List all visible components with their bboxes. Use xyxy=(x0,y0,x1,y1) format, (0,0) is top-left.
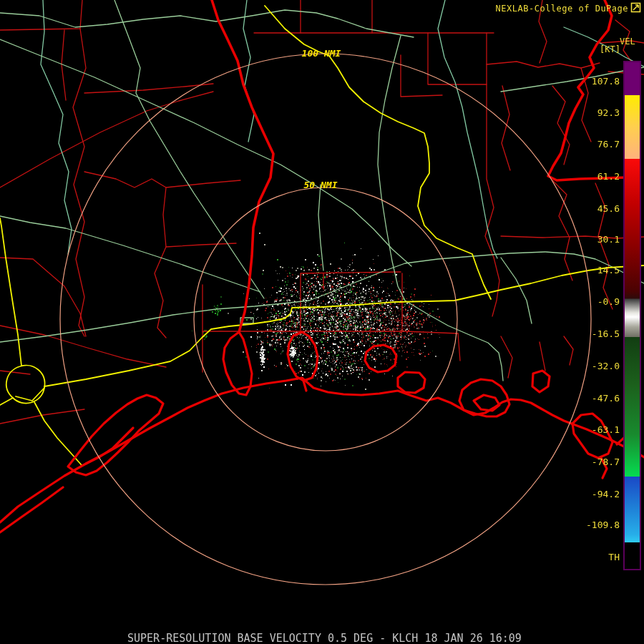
radar-viewport: 50 NMI100 NMI NEXLAB-College of DuPage V… xyxy=(0,0,644,644)
map-path xyxy=(0,487,63,532)
product-title: SUPER-RESOLUTION BASE VELOCITY 0.5 DEG -… xyxy=(127,632,522,644)
map-path xyxy=(438,0,497,258)
map-path xyxy=(0,326,166,367)
map-overlay: 50 NMI100 NMI xyxy=(0,0,644,644)
major-river-lines xyxy=(212,0,625,332)
scale-tick: -47.6 xyxy=(568,393,620,404)
coastline-lines xyxy=(0,332,644,532)
map-path xyxy=(398,372,425,393)
scale-tick: -63.1 xyxy=(568,424,620,435)
scale-tick: -32.0 xyxy=(568,361,620,371)
map-path xyxy=(540,342,545,371)
map-path xyxy=(166,180,240,187)
product-label: VEL xyxy=(620,36,635,47)
map-path xyxy=(68,395,163,475)
scale-tick: -16.5 xyxy=(568,328,620,339)
range-ring-label: 100 NMI xyxy=(302,48,341,59)
county-boundary-lines xyxy=(0,0,644,424)
scale-tick: 107.8 xyxy=(568,76,620,87)
map-path xyxy=(212,0,273,332)
map-path xyxy=(532,371,550,392)
cod-logo-icon xyxy=(630,2,641,13)
map-path xyxy=(318,185,323,270)
map-path xyxy=(44,265,644,386)
map-path xyxy=(487,62,600,68)
units-label: [KT] xyxy=(600,44,620,54)
map-path xyxy=(595,183,613,309)
map-path xyxy=(485,33,499,316)
map-path xyxy=(114,0,264,298)
map-path xyxy=(166,243,236,247)
scale-tick: TH xyxy=(568,552,620,562)
map-path xyxy=(0,258,86,336)
map-path xyxy=(265,6,491,299)
velocity-color-scale xyxy=(623,61,641,570)
scale-tick: 30.1 xyxy=(568,234,620,245)
map-path xyxy=(0,371,30,374)
range-ring-label: 50 NMI xyxy=(304,180,338,190)
scale-tick: 14.5 xyxy=(568,265,620,275)
map-path xyxy=(501,258,532,323)
map-path xyxy=(0,216,260,292)
map-path xyxy=(16,388,44,401)
map-path xyxy=(243,0,254,142)
map-path xyxy=(572,414,613,458)
brand-text: NEXLAB-College of DuPage xyxy=(496,4,628,14)
map-path xyxy=(41,0,72,254)
map-path xyxy=(0,398,13,405)
scale-tick: 61.2 xyxy=(568,171,620,182)
map-path xyxy=(73,29,86,336)
map-path xyxy=(288,332,318,381)
map-path xyxy=(458,333,460,361)
map-path xyxy=(0,301,309,342)
map-path xyxy=(474,395,499,411)
highway-lines xyxy=(0,6,644,465)
map-path xyxy=(365,345,396,372)
scale-tick: -94.2 xyxy=(568,489,620,499)
map-path xyxy=(309,252,644,301)
map-path xyxy=(223,332,252,395)
scale-tick: 76.7 xyxy=(568,139,620,150)
river-stream-lines xyxy=(41,0,644,258)
scale-tick: 45.6 xyxy=(568,203,620,214)
map-path xyxy=(0,218,21,366)
map-path xyxy=(501,336,512,378)
range-ring-circle xyxy=(194,187,457,451)
range-ring-labels: 50 NMI100 NMI xyxy=(302,48,341,190)
scale-tick: -78.7 xyxy=(568,457,620,467)
range-ring-circle xyxy=(60,54,591,585)
scale-tick: 92.3 xyxy=(568,107,620,118)
map-path xyxy=(502,86,510,170)
map-path xyxy=(401,55,442,97)
scale-tick: -109.8 xyxy=(568,519,620,530)
map-path xyxy=(34,402,82,465)
map-path xyxy=(428,33,487,84)
scale-tick: -0.9 xyxy=(568,296,620,307)
map-path xyxy=(548,0,625,180)
map-path xyxy=(84,172,166,338)
map-path xyxy=(0,378,644,522)
range-rings xyxy=(60,54,591,585)
